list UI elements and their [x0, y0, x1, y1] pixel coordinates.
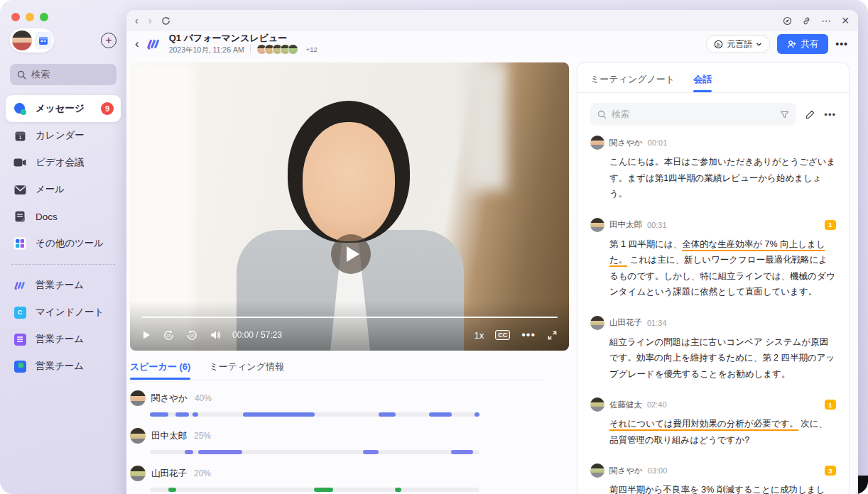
sidebar-item[interactable]: メール	[6, 176, 121, 203]
timeline-segment[interactable]	[395, 488, 401, 492]
timeline-segment[interactable]	[474, 412, 479, 417]
timeline-segment[interactable]	[379, 412, 396, 417]
timeline-segment[interactable]	[243, 412, 315, 417]
timeline-segment[interactable]	[168, 488, 175, 492]
play-icon	[347, 246, 359, 262]
speaker-row: 田中太郎25%	[130, 428, 543, 454]
highlight-count-badge[interactable]: 1	[825, 220, 836, 230]
speakers-tab[interactable]: スピーカー (6)	[130, 361, 190, 380]
sidebar-search-input[interactable]: 検索	[10, 64, 116, 85]
transcript-message[interactable]: 関さやか03:003前四半期から不良率を 3% 削減することに成功しました。新し…	[590, 463, 836, 494]
timeline-segment[interactable]	[451, 450, 473, 454]
search-icon	[597, 110, 607, 119]
highlight-count-badge[interactable]: 3	[825, 466, 836, 476]
transcript-message[interactable]: 佐藤健太02:401それについては費用対効果の分析が必要です。 次に、品質管理の…	[590, 397, 836, 448]
timeline-segment[interactable]	[314, 488, 333, 492]
edit-icon[interactable]	[805, 109, 815, 120]
transcript-message[interactable]: 関さやか00:01こんにちは。本日はご参加いただきありがとうございます。まずは第…	[590, 136, 836, 202]
compass-icon[interactable]	[783, 16, 792, 26]
transcript-search-input[interactable]: 検索	[590, 103, 796, 126]
minutes-icon	[13, 278, 27, 292]
sidebar-item[interactable]: Cマインドノート	[6, 299, 121, 326]
share-button[interactable]: 共有	[777, 34, 828, 54]
translate-icon: あ	[714, 40, 723, 49]
link-icon[interactable]	[802, 16, 811, 26]
traffic-lights	[11, 13, 48, 21]
volume-icon[interactable]	[210, 329, 221, 341]
rewind-15-icon[interactable]: 15	[163, 329, 175, 341]
video-player[interactable]: 15 15 00:00 / 57:23 1x CC •••	[130, 62, 569, 351]
message-speaker: 田中太郎	[609, 219, 642, 230]
sidebar-item[interactable]: 営業チーム	[6, 326, 121, 353]
language-selector[interactable]: あ 元言語	[706, 35, 770, 53]
reload-icon[interactable]	[161, 16, 170, 26]
play-control-icon[interactable]	[141, 330, 151, 340]
timeline-segment[interactable]	[175, 412, 189, 417]
panel-more-icon[interactable]: •••	[824, 109, 836, 120]
speaker-timeline[interactable]	[150, 412, 479, 417]
back-chevron-icon[interactable]: ‹	[135, 37, 139, 51]
filter-icon[interactable]	[780, 110, 789, 119]
timeline-segment[interactable]	[363, 450, 379, 454]
close-window-button[interactable]	[11, 13, 20, 21]
more-icon[interactable]: ⋯	[821, 16, 831, 26]
speakers-tab[interactable]: ミーティング情報	[209, 361, 284, 380]
sidebar-item[interactable]: 営業チーム	[6, 272, 121, 299]
transcript-message[interactable]: 山田花子01:34組立ラインの問題は主に古いコンベア システムが原因です。効率の…	[590, 316, 836, 383]
speaker-name: 関さやか	[151, 393, 188, 405]
timeline-segment[interactable]	[150, 412, 168, 417]
close-icon[interactable]: ✕	[841, 16, 850, 26]
profile-pill[interactable]	[10, 28, 54, 53]
mindnote-icon: C	[13, 305, 27, 319]
sidebar-item-label: マインドノート	[36, 306, 104, 319]
message-timestamp: 01:34	[647, 319, 667, 327]
person-add-icon	[787, 40, 796, 49]
minimize-window-button[interactable]	[26, 13, 34, 21]
zoom-window-button[interactable]	[40, 13, 48, 21]
sidebar-item[interactable]: メッセージ9	[6, 95, 121, 122]
timeline-segment[interactable]	[185, 450, 193, 454]
transcript-search-placeholder: 検索	[612, 109, 629, 121]
sidebar-divider	[11, 264, 115, 265]
message-timestamp: 02:40	[647, 400, 667, 409]
browser-chrome: ‹ › ⋯ ✕	[126, 10, 858, 31]
transcript-message[interactable]: 田中太郎00:311第 1 四半期には、全体的な生産効率が 7% 向上しました。…	[590, 218, 836, 300]
mail-icon	[13, 182, 27, 197]
back-icon[interactable]: ‹	[135, 16, 139, 26]
speaker-timeline[interactable]	[150, 488, 479, 492]
forward-icon[interactable]: ›	[148, 16, 152, 26]
video-icon	[13, 155, 27, 170]
sidebar-item[interactable]: Docs	[6, 203, 121, 230]
timeline-segment[interactable]	[198, 450, 242, 454]
video-more-icon[interactable]: •••	[521, 329, 536, 341]
sidebar-item[interactable]: ビデオ会議	[6, 149, 121, 176]
play-button[interactable]	[331, 234, 371, 274]
avatar[interactable]	[12, 31, 32, 50]
timeline-segment[interactable]	[192, 412, 197, 417]
highlight-count-badge[interactable]: 1	[825, 400, 836, 410]
svg-text:あ: あ	[716, 41, 721, 47]
svg-text:1: 1	[18, 134, 22, 141]
sidebar-item[interactable]: 営業チーム	[6, 353, 121, 380]
message-text: 前四半期から不良率を 3% 削減することに成功しました。新しい品質検査プロトコル…	[609, 482, 836, 494]
header-more-icon[interactable]: •••	[835, 38, 848, 50]
sidebar-item-label: メール	[36, 183, 65, 196]
speaker-timeline[interactable]	[150, 450, 479, 454]
transcript-tab[interactable]: 会話	[693, 73, 712, 92]
playback-speed-button[interactable]: 1x	[474, 330, 484, 341]
video-progress-bar[interactable]	[141, 317, 558, 319]
add-button[interactable]: +	[101, 33, 116, 48]
captions-button[interactable]: CC	[495, 330, 510, 340]
speaker-row: 関さやか40%	[130, 390, 543, 417]
participant-avatars[interactable]	[256, 44, 298, 55]
svg-text:15: 15	[166, 333, 170, 337]
forward-15-icon[interactable]: 15	[186, 329, 198, 341]
transcript-tab[interactable]: ミーティングノート	[590, 73, 675, 92]
sidebar-item[interactable]: 1カレンダー	[6, 122, 121, 149]
timeline-segment[interactable]	[429, 412, 452, 417]
sidebar-item[interactable]: その他のツール	[6, 230, 121, 257]
page-title: Q1 パフォーマンスレビュー	[169, 33, 318, 44]
fullscreen-icon[interactable]	[547, 330, 558, 341]
message-timestamp: 00:31	[647, 221, 667, 229]
apps-icon	[13, 236, 27, 251]
